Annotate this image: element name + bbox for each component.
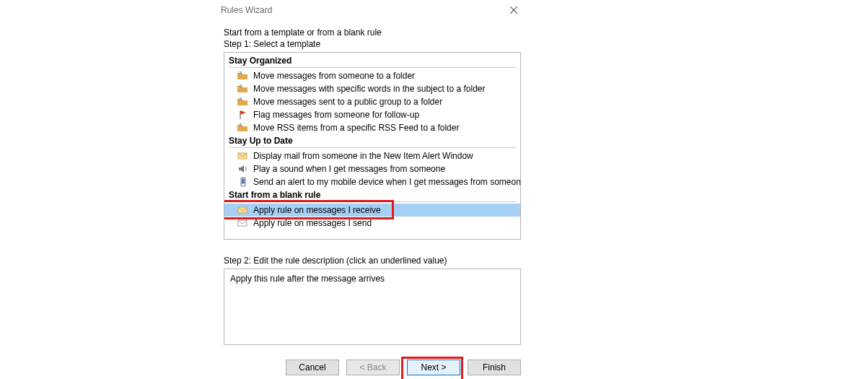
template-label: Move messages with specific words in the… <box>253 83 485 95</box>
close-icon <box>510 6 517 14</box>
next-button[interactable]: Next > <box>407 360 460 375</box>
template-label: Move RSS items from a specific RSS Feed … <box>253 122 459 134</box>
template-item-play-sound[interactable]: Play a sound when I get messages from so… <box>224 162 520 175</box>
section-header-uptodate: Stay Up to Date <box>224 134 520 146</box>
step2-label: Step 2: Edit the rule description (click… <box>224 256 521 266</box>
template-item-move-subject-words[interactable]: Move messages with specific words in the… <box>224 82 520 95</box>
dialog-body: Start from a template or from a blank ru… <box>215 20 530 352</box>
title-bar: Rules Wizard <box>215 0 530 20</box>
envelope-alert-icon <box>237 151 249 161</box>
section-header-blank: Start from a blank rule <box>224 188 520 200</box>
envelope-out-icon <box>237 218 249 228</box>
svg-marker-13 <box>239 165 244 173</box>
folder-move-icon <box>237 123 249 133</box>
template-label: Flag messages from someone for follow-up <box>253 109 419 121</box>
finish-button[interactable]: Finish <box>468 360 521 375</box>
template-item-move-rss[interactable]: Move RSS items from a specific RSS Feed … <box>224 121 520 134</box>
template-item-mobile-alert[interactable]: Send an alert to my mobile device when I… <box>224 175 520 188</box>
section-rule <box>229 67 516 68</box>
svg-marker-9 <box>240 110 246 115</box>
template-item-send[interactable]: Apply rule on messages I send <box>224 217 520 230</box>
template-listbox[interactable]: Stay Organized Move messages from someon… <box>224 52 521 240</box>
template-label: Display mail from someone in the New Ite… <box>253 150 473 162</box>
dialog-footer: Cancel < Back Next > Finish <box>215 352 530 379</box>
template-label: Move messages sent to a public group to … <box>253 96 442 108</box>
template-label: Send an alert to my mobile device when I… <box>253 176 521 188</box>
template-label: Move messages from someone to a folder <box>253 70 415 82</box>
folder-move-icon <box>237 84 249 94</box>
section-rule <box>229 201 516 202</box>
template-label: Apply rule on messages I send <box>253 217 372 229</box>
template-label: Play a sound when I get messages from so… <box>253 163 445 175</box>
back-button: < Back <box>346 360 400 375</box>
speaker-icon <box>237 164 249 174</box>
template-label: Apply rule on messages I receive <box>253 204 381 216</box>
window-title: Rules Wizard <box>221 5 272 15</box>
folder-move-icon <box>237 71 249 81</box>
folder-move-icon <box>237 97 249 107</box>
cancel-button[interactable]: Cancel <box>286 360 339 375</box>
rules-wizard-dialog: Rules Wizard Start from a template or fr… <box>215 0 530 379</box>
envelope-in-icon <box>237 205 249 215</box>
section-header-organized: Stay Organized <box>224 54 520 66</box>
rule-description-box[interactable]: Apply this rule after the message arrive… <box>224 269 521 345</box>
rule-description-text: Apply this rule after the message arrive… <box>230 274 385 284</box>
step1-label: Step 1: Select a template <box>224 39 521 49</box>
flag-icon <box>237 110 249 120</box>
intro-text: Start from a template or from a blank ru… <box>224 27 521 38</box>
svg-rect-15 <box>242 179 245 184</box>
mobile-device-icon <box>237 177 249 187</box>
template-item-move-from-someone[interactable]: Move messages from someone to a folder <box>224 69 520 82</box>
template-item-move-public-group[interactable]: Move messages sent to a public group to … <box>224 95 520 108</box>
close-button[interactable] <box>502 0 525 20</box>
template-item-flag-followup[interactable]: Flag messages from someone for follow-up <box>224 108 520 121</box>
template-item-display-alert[interactable]: Display mail from someone in the New Ite… <box>224 149 520 162</box>
section-rule <box>229 147 516 148</box>
template-item-receive[interactable]: Apply rule on messages I receive <box>224 204 520 217</box>
